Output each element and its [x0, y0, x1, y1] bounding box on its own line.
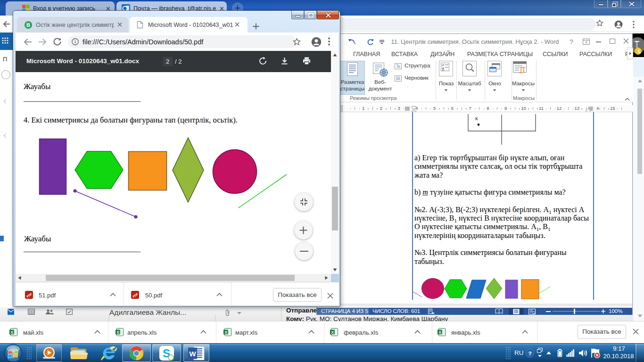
svg-text:?: ?: [528, 351, 532, 356]
svg-text:X: X: [224, 330, 227, 335]
svg-text:X: X: [116, 330, 119, 335]
svg-text:X: X: [438, 330, 441, 335]
svg-text:B: B: [26, 22, 30, 28]
svg-text:X: X: [331, 330, 334, 335]
svg-text:W: W: [189, 350, 196, 358]
svg-text:X: X: [10, 330, 13, 335]
